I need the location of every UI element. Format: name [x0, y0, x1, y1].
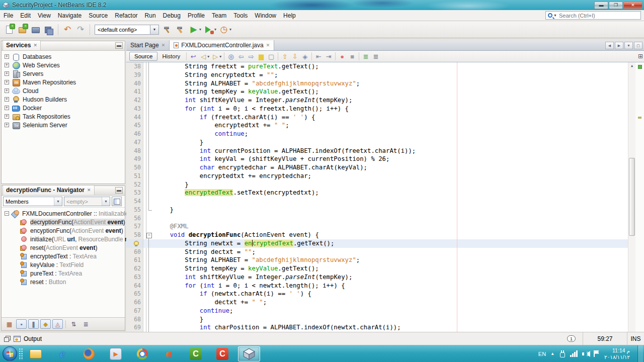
- undo-icon[interactable]: ↶: [61, 23, 74, 36]
- members-combo[interactable]: Members ▼: [3, 197, 62, 206]
- chevron-down-icon[interactable]: ▾: [207, 54, 209, 59]
- code-line[interactable]: 47 }: [126, 138, 644, 147]
- menu-navigate[interactable]: Navigate: [54, 11, 85, 21]
- toggle-rectangular-selection-icon[interactable]: ▢: [266, 52, 276, 61]
- code-line[interactable]: 67 continue;: [126, 307, 644, 315]
- code-line[interactable]: 58 void decryptionFunc(ActionEvent event…: [126, 231, 644, 239]
- taskbar-windows-media-player[interactable]: [105, 346, 127, 361]
- back-icon[interactable]: ◁: [198, 52, 208, 61]
- last-edited-icon[interactable]: ↩: [188, 52, 198, 61]
- navigator-item[interactable]: encyptionFunc(ActionEvent event): [2, 226, 125, 235]
- clean-and-build-project-icon[interactable]: [174, 23, 187, 36]
- expand-icon[interactable]: +: [5, 71, 9, 76]
- code-line[interactable]: 65 if (newtxt.charAt(i) == ' ') {: [126, 290, 644, 298]
- scroll-tabs-right-icon[interactable]: ▶: [615, 42, 623, 49]
- menu-view[interactable]: View: [34, 11, 54, 21]
- chevron-down-icon[interactable]: ▾: [219, 54, 221, 59]
- close-icon[interactable]: ✕: [33, 43, 37, 48]
- search-dropdown-icon[interactable]: ▼: [553, 14, 557, 17]
- open-project-icon[interactable]: [29, 23, 42, 36]
- config-combo[interactable]: <default config>▼: [95, 25, 159, 35]
- editor-tab-fxmldocumentcontroller-java[interactable]: FXMLDocumentController.java✕: [170, 40, 274, 50]
- service-item-task[interactable]: +Task Repositories: [2, 112, 125, 121]
- profile-project-icon[interactable]: ◷: [217, 23, 230, 36]
- code-line[interactable]: 68 }: [126, 315, 644, 324]
- code-line[interactable]: 55 }: [126, 206, 644, 214]
- find-next-occurrence-icon[interactable]: ⇨: [246, 52, 256, 61]
- code-line[interactable]: 48 int currentPosition = ALPHABET.indexO…: [126, 147, 644, 155]
- start-button[interactable]: [3, 346, 17, 361]
- uncomment-icon[interactable]: ≣: [371, 52, 381, 61]
- taskbar-chrome[interactable]: [131, 346, 153, 361]
- power-icon[interactable]: [559, 350, 566, 357]
- show-hidden-icons-icon[interactable]: ▲: [550, 351, 554, 356]
- sort-by-source-icon[interactable]: ≣: [80, 319, 91, 329]
- split-editor-icon[interactable]: ⊞: [638, 53, 643, 60]
- code-line[interactable]: 53 encryptedText.setText(encryptedtxt);: [126, 189, 644, 197]
- expand-icon[interactable]: +: [5, 80, 9, 84]
- source-view-button[interactable]: Source: [129, 52, 157, 61]
- taskbar-camtasia-red[interactable]: [211, 346, 233, 361]
- clock[interactable]: 11:14 م ٢٠١٨/١١/١٢: [604, 347, 630, 360]
- editor-vertical-scrollbar[interactable]: ▲: [628, 62, 635, 332]
- inspect-combo[interactable]: <empty> ▼: [64, 197, 110, 206]
- new-file-icon[interactable]: [3, 23, 16, 36]
- start-macro-recording-icon[interactable]: ●: [337, 52, 347, 61]
- menu-window[interactable]: Window: [251, 11, 280, 21]
- service-item-maven[interactable]: +Maven Repositories: [2, 78, 125, 86]
- code-line[interactable]: 60 String dectxt = "";: [126, 248, 644, 256]
- restore-output-window-icon[interactable]: [4, 336, 10, 341]
- menu-debug[interactable]: Debug: [159, 11, 184, 21]
- filter-show-inherited-icon[interactable]: ◬: [52, 319, 63, 329]
- code-line[interactable]: 64 for (int i = 0; i < newtxt.length(); …: [126, 282, 644, 290]
- network-icon[interactable]: [570, 350, 578, 357]
- code-editor[interactable]: 38 String freetxt = pureText.getText();3…: [126, 62, 644, 332]
- new-project-icon[interactable]: [16, 23, 29, 36]
- quick-search[interactable]: ▼: [545, 11, 641, 20]
- tab-navigator[interactable]: decryptionFunc - Navigator ✕: [3, 185, 95, 195]
- service-item-docker[interactable]: +Docker: [2, 104, 125, 112]
- run-project-icon[interactable]: ▶: [187, 23, 200, 36]
- sort-by-name-icon[interactable]: ⇅: [68, 319, 79, 329]
- code-line[interactable]: 44 if (freetxt.charAt(i) == ' ') {: [126, 113, 644, 122]
- find-selection-icon[interactable]: ◎: [226, 52, 236, 61]
- error-stripe[interactable]: [635, 62, 644, 332]
- expand-icon[interactable]: +: [5, 123, 9, 127]
- action-center-flag-icon[interactable]: [593, 350, 600, 357]
- scrollbar-thumb[interactable]: [629, 158, 635, 236]
- service-item-server[interactable]: +Servers: [2, 69, 125, 78]
- menu-file[interactable]: File: [0, 11, 17, 21]
- navigator-columns-button[interactable]: [112, 197, 122, 206]
- code-line[interactable]: 49 int keyVal = (shiftKeyVlue + currentP…: [126, 155, 644, 163]
- expand-icon[interactable]: +: [5, 114, 9, 119]
- taskbar-internet-explorer[interactable]: [51, 346, 73, 361]
- debug-project-icon[interactable]: [202, 23, 215, 36]
- code-line[interactable]: 52 }: [126, 180, 644, 189]
- scroll-tabs-left-icon[interactable]: ◀: [605, 42, 614, 49]
- navigator-item[interactable]: pureText : TextArea: [2, 269, 125, 278]
- notification-balloon-icon[interactable]: 1: [567, 335, 576, 342]
- taskbar-camtasia-green[interactable]: [185, 346, 207, 361]
- navigator-item[interactable]: keyValue : TextField: [2, 260, 125, 269]
- shift-line-right-icon[interactable]: ⇥: [324, 52, 334, 61]
- navigator-item[interactable]: encryptedText : TextArea: [2, 252, 125, 260]
- menu-refactor[interactable]: Refactor: [111, 11, 141, 21]
- taskbar-firefox[interactable]: [78, 346, 100, 361]
- expand-icon[interactable]: +: [5, 97, 9, 102]
- taskbar-netbeans[interactable]: [238, 346, 260, 361]
- filter-show-static-members-icon[interactable]: ❚: [28, 319, 39, 329]
- collapse-icon[interactable]: −: [5, 211, 9, 216]
- close-icon[interactable]: ✕: [87, 188, 91, 193]
- search-input[interactable]: [559, 13, 640, 19]
- minimize-panel-icon[interactable]: ▬: [115, 42, 123, 49]
- taskbar-edge[interactable]: [158, 346, 180, 361]
- navigator-root-node[interactable]: −FXMLDocumentController :: Initializable: [2, 209, 125, 218]
- code-line[interactable]: 56: [126, 214, 644, 223]
- shift-line-left-icon[interactable]: ⇤: [313, 52, 324, 61]
- expand-icon[interactable]: +: [5, 106, 9, 110]
- fold-gutter[interactable]: [144, 231, 152, 239]
- stop-macro-recording-icon[interactable]: ■: [347, 52, 357, 61]
- code-line[interactable]: 39 String encryptedtxt = "";: [126, 71, 644, 79]
- volume-icon[interactable]: [582, 350, 589, 357]
- code-line[interactable]: 66 dectxt += " ";: [126, 298, 644, 307]
